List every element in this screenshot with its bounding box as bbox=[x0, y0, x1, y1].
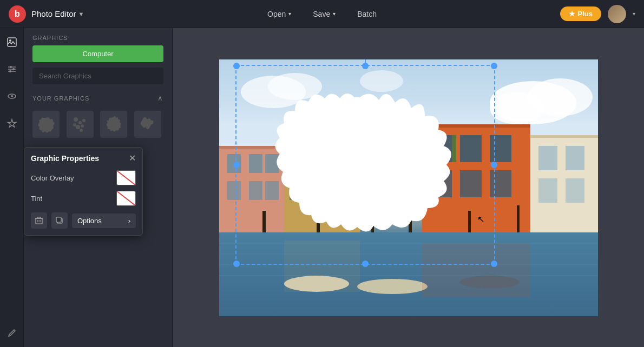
options-button[interactable]: Options › bbox=[72, 213, 136, 228]
icon-pen[interactable] bbox=[3, 324, 21, 342]
graphic-properties-panel: Graphic Properties ✕ Color Overlay Tint bbox=[24, 147, 143, 236]
props-header: Graphic Properties ✕ bbox=[31, 154, 136, 163]
splat-graphic[interactable] bbox=[252, 86, 468, 270]
svg-point-9 bbox=[11, 95, 13, 97]
app-title: Photo Editor bbox=[31, 9, 76, 18]
props-title: Graphic Properties bbox=[31, 154, 99, 163]
tint-row: Tint bbox=[31, 191, 136, 206]
svg-point-5 bbox=[10, 66, 12, 68]
icon-eye[interactable] bbox=[3, 88, 21, 105]
svg-line-18 bbox=[117, 191, 135, 205]
options-arrow-icon: › bbox=[128, 217, 130, 225]
svg-point-1 bbox=[9, 39, 11, 42]
save-menu[interactable]: Save ▾ bbox=[313, 10, 336, 18]
tint-swatch[interactable] bbox=[116, 191, 136, 206]
graphic-item[interactable] bbox=[32, 111, 60, 138]
icon-image[interactable] bbox=[3, 34, 21, 51]
nav-center: Open ▾ Save ▾ Batch bbox=[267, 10, 377, 18]
open-menu[interactable]: Open ▾ bbox=[267, 10, 291, 18]
svg-rect-0 bbox=[8, 38, 16, 46]
svg-rect-34 bbox=[227, 154, 241, 173]
graphic-item[interactable] bbox=[100, 111, 127, 138]
your-graphics-row: YOUR GRAPHICS ∧ bbox=[24, 90, 172, 106]
svg-point-16 bbox=[80, 129, 83, 132]
svg-point-76 bbox=[357, 279, 428, 294]
user-avatar[interactable] bbox=[608, 5, 626, 23]
batch-menu[interactable]: Batch bbox=[357, 10, 377, 18]
svg-rect-24 bbox=[56, 217, 61, 222]
canvas-painting: ↖ bbox=[219, 59, 598, 316]
tint-label: Tint bbox=[31, 195, 42, 203]
duplicate-button[interactable] bbox=[51, 212, 68, 229]
svg-rect-61 bbox=[566, 146, 584, 170]
svg-point-12 bbox=[76, 125, 80, 129]
svg-rect-63 bbox=[566, 178, 584, 203]
svg-point-6 bbox=[12, 68, 15, 70]
plus-star-icon: ★ bbox=[569, 10, 575, 18]
main-layout: GRAPHICS Computer Search Graphics YOUR G… bbox=[0, 28, 644, 347]
graphic-item[interactable] bbox=[134, 111, 161, 138]
nav-right: ★ Plus ▾ bbox=[560, 5, 635, 23]
svg-rect-60 bbox=[538, 146, 557, 170]
app-title-arrow[interactable]: ▼ bbox=[78, 11, 84, 17]
svg-rect-55 bbox=[490, 170, 511, 197]
plus-button[interactable]: ★ Plus bbox=[560, 6, 601, 21]
left-panel: GRAPHICS Computer Search Graphics YOUR G… bbox=[24, 28, 173, 347]
close-button[interactable]: ✕ bbox=[129, 154, 136, 163]
svg-rect-62 bbox=[538, 178, 557, 203]
topbar: b Photo Editor ▼ Open ▾ Save ▾ Batch ★ P… bbox=[0, 0, 644, 28]
svg-point-11 bbox=[78, 121, 82, 124]
svg-point-7 bbox=[9, 70, 11, 72]
svg-rect-19 bbox=[36, 218, 42, 224]
graphic-item[interactable] bbox=[67, 111, 94, 138]
props-actions: Options › bbox=[31, 212, 136, 229]
svg-rect-52 bbox=[490, 135, 511, 162]
svg-rect-59 bbox=[530, 135, 598, 138]
delete-button[interactable] bbox=[31, 212, 47, 229]
search-graphics-input[interactable]: Search Graphics bbox=[32, 68, 163, 84]
app-logo: b bbox=[9, 5, 26, 23]
svg-rect-37 bbox=[227, 181, 241, 200]
graphics-section-title: GRAPHICS bbox=[24, 28, 172, 45]
chevron-up-icon[interactable]: ∧ bbox=[157, 94, 163, 102]
icon-sliders[interactable] bbox=[3, 61, 21, 78]
icon-bar bbox=[0, 28, 24, 347]
icon-star[interactable] bbox=[3, 115, 21, 132]
color-overlay-row: Color Overlay bbox=[31, 170, 136, 185]
svg-point-13 bbox=[81, 124, 84, 128]
your-graphics-label: YOUR GRAPHICS bbox=[32, 95, 89, 102]
svg-point-15 bbox=[82, 119, 86, 122]
color-overlay-label: Color Overlay bbox=[31, 174, 74, 182]
computer-button[interactable]: Computer bbox=[32, 45, 163, 62]
svg-point-14 bbox=[73, 123, 76, 126]
canvas-area[interactable]: ↖ bbox=[173, 28, 644, 347]
svg-point-28 bbox=[490, 92, 544, 124]
color-overlay-swatch[interactable] bbox=[116, 170, 136, 185]
svg-line-17 bbox=[117, 171, 135, 185]
avatar-arrow[interactable]: ▾ bbox=[633, 11, 635, 17]
svg-point-10 bbox=[74, 117, 78, 122]
